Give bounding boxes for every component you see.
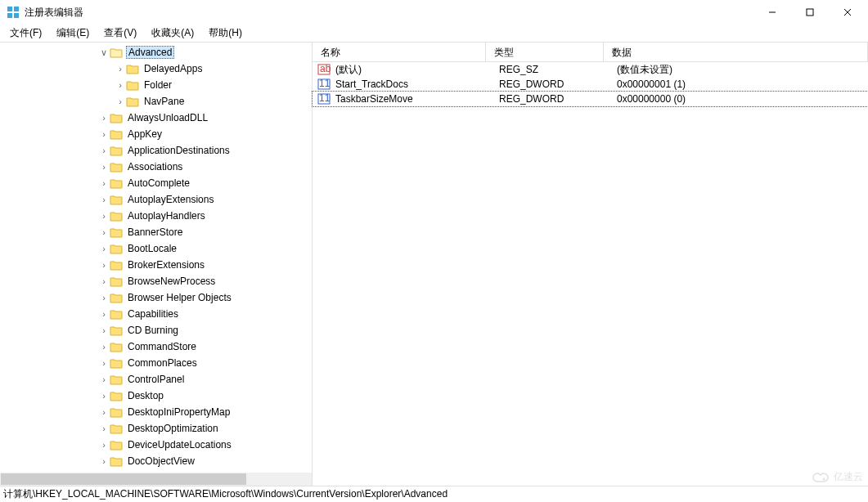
folder-icon bbox=[110, 439, 123, 450]
expander-icon[interactable]: › bbox=[115, 64, 126, 74]
expander-icon[interactable]: › bbox=[98, 276, 110, 286]
tree-node-advanced[interactable]: ∨Advanced bbox=[0, 44, 312, 61]
tree-node-autoplayhandlers[interactable]: ›AutoplayHandlers bbox=[0, 208, 312, 224]
expander-icon[interactable]: › bbox=[98, 325, 110, 335]
expander-icon[interactable]: › bbox=[98, 244, 110, 253]
expander-icon[interactable]: › bbox=[98, 391, 110, 401]
col-type[interactable]: 类型 bbox=[486, 43, 604, 61]
folder-icon bbox=[110, 455, 123, 467]
tree-node-autocomplete[interactable]: ›AutoComplete bbox=[0, 175, 312, 191]
tree-node-docobjectview[interactable]: ›DocObjectView bbox=[0, 453, 312, 469]
col-data[interactable]: 数据 bbox=[604, 43, 868, 61]
folder-icon bbox=[110, 145, 123, 156]
expander-icon[interactable]: › bbox=[98, 146, 110, 155]
tree-node-label: AlwaysUnloadDLL bbox=[126, 112, 209, 123]
expander-icon[interactable]: › bbox=[98, 358, 110, 368]
list-row[interactable]: 110TaskbarSizeMoveREG_DWORD0x00000000 (0… bbox=[313, 92, 868, 106]
value-icon: 110 bbox=[317, 78, 331, 91]
tree-node-navpane[interactable]: ›NavPane bbox=[0, 93, 312, 110]
tree-node-commandstore[interactable]: ›CommandStore bbox=[0, 338, 312, 355]
expander-icon[interactable]: ∨ bbox=[98, 47, 110, 58]
tree-node-label: Advanced bbox=[126, 46, 174, 59]
tree-node-delayedapps[interactable]: ›DelayedApps bbox=[0, 61, 312, 77]
tree-hscrollbar[interactable] bbox=[0, 473, 312, 486]
cell-data: 0x00000001 (1) bbox=[617, 78, 863, 90]
expander-icon[interactable]: › bbox=[98, 162, 110, 172]
menu-view[interactable]: 查看(V) bbox=[97, 25, 143, 42]
expander-icon[interactable]: › bbox=[98, 407, 110, 417]
statusbar: 计算机\HKEY_LOCAL_MACHINE\SOFTWARE\Microsof… bbox=[0, 486, 868, 502]
value-icon: 110 bbox=[317, 92, 331, 105]
tree-node-label: DesktopOptimization bbox=[126, 423, 220, 434]
folder-icon bbox=[110, 423, 123, 434]
expander-icon[interactable]: › bbox=[98, 293, 110, 303]
tree-node-browsenewprocess[interactable]: ›BrowseNewProcess bbox=[0, 273, 312, 289]
folder-icon bbox=[110, 161, 123, 173]
tree-node-label: ControlPanel bbox=[126, 374, 186, 385]
minimize-button[interactable] bbox=[753, 0, 791, 25]
tree-node-brokerextensions[interactable]: ›BrokerExtensions bbox=[0, 257, 312, 273]
tree-node-label: NavPane bbox=[142, 96, 186, 107]
close-button[interactable] bbox=[829, 0, 866, 25]
expander-icon[interactable]: › bbox=[98, 195, 110, 204]
titlebar: 注册表编辑器 bbox=[0, 0, 868, 25]
tree-node-deviceupdatelocations[interactable]: ›DeviceUpdateLocations bbox=[0, 437, 312, 453]
folder-icon bbox=[110, 112, 123, 123]
tree-node-applicationdestinations[interactable]: ›ApplicationDestinations bbox=[0, 142, 312, 159]
tree-node-commonplaces[interactable]: ›CommonPlaces bbox=[0, 355, 312, 371]
menu-help[interactable]: 帮助(H) bbox=[202, 25, 249, 42]
folder-icon bbox=[126, 96, 139, 107]
tree-node-bootlocale[interactable]: ›BootLocale bbox=[0, 240, 312, 257]
tree-node-bannerstore[interactable]: ›BannerStore bbox=[0, 224, 312, 240]
tree-node-browser-helper-objects[interactable]: ›Browser Helper Objects bbox=[0, 289, 312, 306]
folder-icon bbox=[110, 308, 123, 320]
tree-node-label: DelayedApps bbox=[142, 63, 204, 74]
tree-node-label: Capabilities bbox=[126, 308, 180, 320]
menu-edit[interactable]: 编辑(E) bbox=[50, 25, 96, 42]
expander-icon[interactable]: › bbox=[98, 113, 110, 123]
tree-node-desktop[interactable]: ›Desktop bbox=[0, 388, 312, 404]
folder-icon bbox=[126, 79, 139, 91]
tree-node-cd-burning[interactable]: ›CD Burning bbox=[0, 322, 312, 338]
expander-icon[interactable]: › bbox=[98, 456, 110, 466]
menu-favorites[interactable]: 收藏夹(A) bbox=[145, 25, 200, 42]
expander-icon[interactable]: › bbox=[115, 96, 126, 106]
tree-node-capabilities[interactable]: ›Capabilities bbox=[0, 306, 312, 322]
status-path: 计算机\HKEY_LOCAL_MACHINE\SOFTWARE\Microsof… bbox=[3, 487, 447, 501]
expander-icon[interactable]: › bbox=[115, 80, 126, 90]
tree-node-label: AppKey bbox=[126, 128, 164, 140]
tree-node-alwaysunloaddll[interactable]: ›AlwaysUnloadDLL bbox=[0, 110, 312, 126]
expander-icon[interactable]: › bbox=[98, 211, 110, 221]
cell-type: REG_SZ bbox=[499, 64, 617, 75]
svg-text:110: 110 bbox=[319, 78, 331, 89]
expander-icon[interactable]: › bbox=[98, 424, 110, 433]
cell-name: TaskbarSizeMove bbox=[335, 93, 499, 105]
tree-node-appkey[interactable]: ›AppKey bbox=[0, 126, 312, 142]
expander-icon[interactable]: › bbox=[98, 129, 110, 139]
expander-icon[interactable]: › bbox=[98, 178, 110, 188]
expander-icon[interactable]: › bbox=[98, 227, 110, 237]
maximize-button[interactable] bbox=[791, 0, 829, 25]
tree-node-folder[interactable]: ›Folder bbox=[0, 77, 312, 93]
tree-node-controlpanel[interactable]: ›ControlPanel bbox=[0, 371, 312, 388]
col-name[interactable]: 名称 bbox=[313, 43, 486, 61]
tree-node-desktopoptimization[interactable]: ›DesktopOptimization bbox=[0, 420, 312, 437]
list-row[interactable]: 110Start_TrackDocsREG_DWORD0x00000001 (1… bbox=[313, 77, 868, 92]
folder-icon bbox=[110, 259, 123, 271]
tree-node-label: DesktopIniPropertyMap bbox=[126, 406, 232, 418]
expander-icon[interactable]: › bbox=[98, 440, 110, 450]
expander-icon[interactable]: › bbox=[98, 374, 110, 384]
tree-node-autoplayextensions[interactable]: ›AutoplayExtensions bbox=[0, 191, 312, 208]
tree-node-associations[interactable]: ›Associations bbox=[0, 159, 312, 175]
tree-panel[interactable]: ∨Advanced›DelayedApps›Folder›NavPane›Alw… bbox=[0, 43, 313, 486]
tree-node-desktopinipropertymap[interactable]: ›DesktopIniPropertyMap bbox=[0, 404, 312, 420]
folder-icon bbox=[110, 210, 123, 222]
svg-rect-5 bbox=[807, 9, 813, 16]
menu-file[interactable]: 文件(F) bbox=[3, 25, 48, 42]
list-row[interactable]: ab(默认)REG_SZ(数值未设置) bbox=[313, 62, 868, 77]
expander-icon[interactable]: › bbox=[98, 309, 110, 319]
folder-icon bbox=[110, 47, 123, 58]
expander-icon[interactable]: › bbox=[98, 260, 110, 270]
expander-icon[interactable]: › bbox=[98, 342, 110, 352]
watermark: 亿速云 bbox=[812, 470, 863, 484]
